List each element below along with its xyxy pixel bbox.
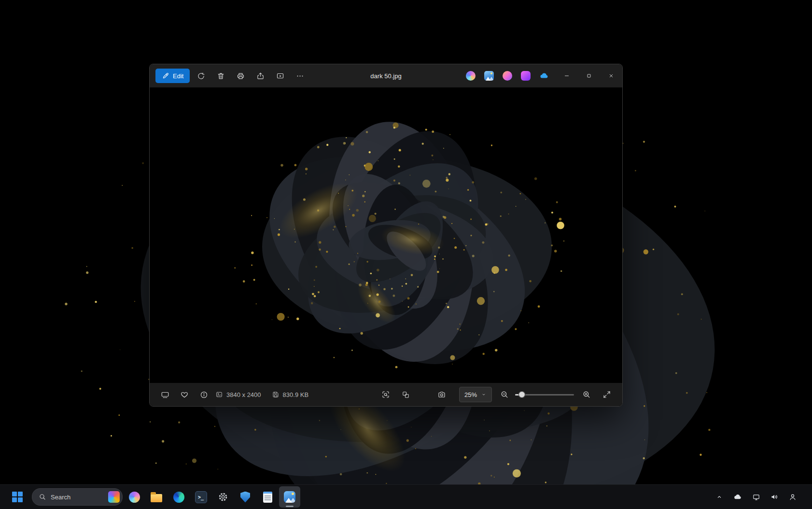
search-placeholder: Search: [51, 494, 104, 501]
designer-icon[interactable]: [503, 71, 512, 81]
people-tray-button[interactable]: [787, 490, 798, 504]
status-bar: 3840 x 2400 830.9 KB 25%: [150, 383, 622, 406]
close-button[interactable]: [600, 64, 622, 87]
zoom-in-icon: [582, 390, 591, 399]
terminal-glyph: >_: [198, 495, 204, 500]
clipchamp-icon[interactable]: [521, 71, 531, 81]
copilot-icon[interactable]: [466, 71, 476, 81]
windows-logo-icon: [12, 492, 23, 502]
minimize-icon: [564, 73, 570, 79]
fullscreen-icon: [602, 390, 611, 399]
zoom-level-value: 25%: [464, 391, 477, 398]
search-input[interactable]: Search: [32, 488, 123, 506]
notepad-icon: [263, 492, 272, 503]
mountain-shape: [489, 77, 494, 81]
print-icon: [237, 72, 245, 80]
sun-shape: [490, 72, 492, 74]
print-button[interactable]: [232, 68, 249, 84]
taskbar-item-terminal[interactable]: >_: [190, 486, 211, 508]
filmstrip-icon: [161, 390, 169, 399]
onedrive-icon[interactable]: [539, 71, 549, 81]
image-dimensions: 3840 x 2400: [215, 391, 261, 398]
zoom-slider-thumb[interactable]: [518, 391, 525, 398]
window-title: dark 50.jpg: [370, 64, 401, 87]
photos-icon[interactable]: [484, 71, 494, 81]
mountain-shape: [289, 498, 295, 503]
monitor-icon: [752, 493, 760, 501]
search-icon: [39, 493, 46, 501]
share-button[interactable]: [252, 68, 269, 84]
taskbar-item-file-explorer[interactable]: [146, 486, 167, 508]
file-size-value: 830.9 KB: [283, 391, 309, 398]
terminal-icon: >_: [195, 491, 207, 503]
photo-viewer[interactable]: [150, 87, 622, 383]
edit-button[interactable]: Edit: [155, 69, 190, 83]
chevron-down-icon: [481, 392, 487, 397]
active-app-indicator: [286, 506, 294, 507]
taskbar-item-settings[interactable]: [212, 486, 234, 508]
close-icon: [608, 73, 614, 79]
taskbar-item-windows-security[interactable]: [235, 486, 256, 508]
zoom-slider[interactable]: [515, 388, 574, 401]
more-options-icon: [296, 72, 304, 80]
zoom-controls: 25%: [373, 387, 615, 402]
filmstrip-toggle-button[interactable]: [157, 387, 173, 402]
delete-icon: [217, 72, 225, 80]
taskbar: Search >_: [0, 484, 812, 509]
favorite-button[interactable]: [177, 387, 192, 402]
window-controls: [556, 64, 622, 87]
hidden-icons-button[interactable]: [714, 490, 725, 504]
taskbar-item-photos[interactable]: [279, 486, 300, 508]
photos-app-icon: [284, 491, 295, 503]
zoom-level-dropdown[interactable]: 25%: [459, 387, 492, 402]
share-icon: [256, 72, 265, 80]
system-tray: [714, 490, 806, 504]
titlebar-app-shortcuts: [466, 64, 549, 87]
volume-tray-button[interactable]: [769, 490, 780, 504]
maximize-icon: [586, 73, 592, 79]
start-button[interactable]: [7, 486, 28, 508]
cloud-icon: [733, 493, 742, 501]
compare-button[interactable]: [398, 387, 414, 402]
slideshow-icon: [276, 72, 284, 80]
speaker-icon: [770, 493, 779, 501]
info-button[interactable]: [196, 387, 211, 402]
maximize-button[interactable]: [578, 64, 600, 87]
delete-button[interactable]: [212, 68, 229, 84]
more-options-button[interactable]: [291, 68, 308, 84]
folder-icon: [151, 494, 162, 502]
copilot-icon: [129, 492, 140, 503]
display-tray-button[interactable]: [750, 490, 762, 504]
sun-shape: [292, 493, 294, 495]
edit-button-label: Edit: [173, 72, 183, 80]
titlebar[interactable]: Edit dark 50.jpg: [150, 64, 622, 87]
taskbar-item-copilot[interactable]: [124, 486, 145, 508]
zoom-in-button[interactable]: [579, 387, 594, 402]
zoom-out-button[interactable]: [497, 387, 512, 402]
image-dimensions-value: 3840 x 2400: [226, 391, 261, 398]
edit-icon: [162, 72, 169, 80]
file-size: 830.9 KB: [272, 391, 309, 398]
rotate-icon: [197, 72, 205, 80]
minimize-button[interactable]: [556, 64, 578, 87]
rotate-button[interactable]: [192, 68, 210, 84]
zoom-out-icon: [500, 390, 509, 399]
save-icon: [272, 391, 280, 398]
fullscreen-button[interactable]: [599, 387, 615, 402]
info-icon: [200, 391, 208, 399]
photos-app-window: Edit dark 50.jpg: [149, 64, 623, 407]
screenshot-icon: [437, 390, 446, 399]
onedrive-tray-button[interactable]: [732, 490, 743, 504]
taskbar-item-edge[interactable]: [168, 486, 189, 508]
chevron-up-icon: [715, 493, 723, 501]
compare-icon: [402, 391, 410, 399]
heart-icon: [180, 390, 189, 399]
search-highlights-icon: [108, 491, 120, 503]
taskbar-item-notepad[interactable]: [257, 486, 278, 508]
person-icon: [788, 493, 797, 501]
screenshot-button[interactable]: [434, 387, 449, 402]
gear-icon: [218, 492, 228, 502]
edge-icon: [173, 492, 184, 503]
slideshow-button[interactable]: [271, 68, 289, 84]
visual-search-button[interactable]: [378, 387, 393, 402]
